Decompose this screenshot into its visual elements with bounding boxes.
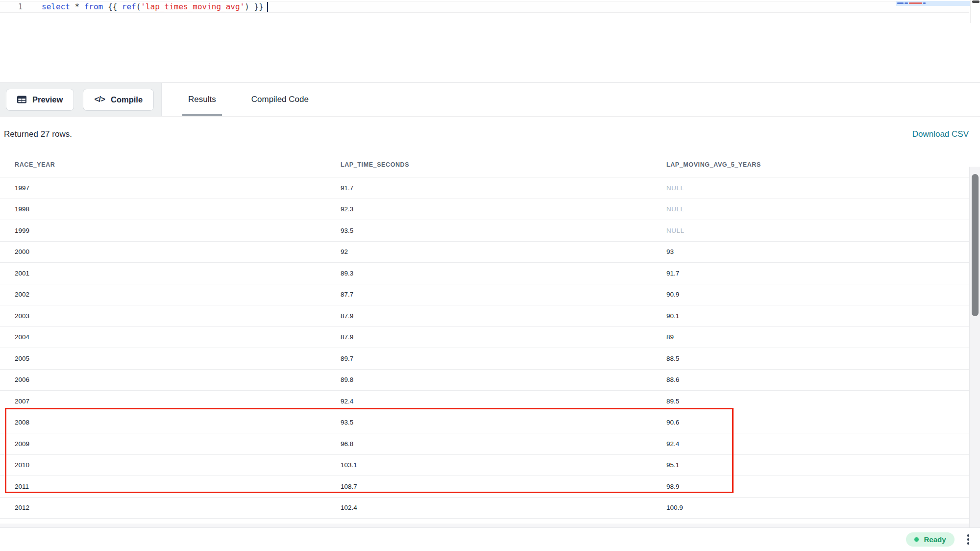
table-row: 2000 92 93 xyxy=(0,242,980,263)
code-token-close-paren: ) xyxy=(245,2,249,11)
cell-lap-moving-avg: 88.5 xyxy=(666,355,980,362)
cell-lap-time-seconds: 92.3 xyxy=(341,205,666,213)
table-row: 2002 87.7 90.9 xyxy=(0,284,980,306)
cell-lap-moving-avg: 98.9 xyxy=(666,483,980,490)
tab-compiled-code[interactable]: Compiled Code xyxy=(245,83,315,116)
minimap-code-marks xyxy=(897,2,926,4)
code-line[interactable]: select * from {{ ref('lap_times_moving_a… xyxy=(42,2,268,12)
code-token-ref: ref xyxy=(122,2,136,11)
table-row: 2011 108.7 98.9 xyxy=(0,476,980,498)
table-bottom-sliver xyxy=(0,519,980,524)
preview-button-label: Preview xyxy=(32,95,63,104)
cell-lap-time-seconds: 87.9 xyxy=(341,333,666,341)
cell-race-year: 2006 xyxy=(15,376,341,383)
kebab-menu-icon[interactable] xyxy=(965,532,972,547)
table-row: 2010 103.1 95.1 xyxy=(0,455,980,476)
editor-scrollbar-thumb[interactable] xyxy=(972,0,980,3)
ready-status-badge: Ready xyxy=(906,532,954,547)
sql-editor[interactable]: 1 select * from {{ ref('lap_times_moving… xyxy=(0,0,980,82)
cell-race-year: 2009 xyxy=(15,440,341,448)
row-count-summary: Returned 27 rows. xyxy=(4,129,72,139)
editor-minimap[interactable] xyxy=(896,1,970,6)
cell-lap-time-seconds: 91.7 xyxy=(341,184,666,192)
cell-lap-time-seconds: 96.8 xyxy=(341,440,666,448)
column-header-lap-moving-avg: LAP_MOVING_AVG_5_YEARS xyxy=(666,161,980,168)
cell-race-year: 1999 xyxy=(15,227,341,234)
cell-race-year: 1998 xyxy=(15,205,341,213)
code-token-select: select xyxy=(42,2,74,11)
cell-lap-moving-avg: 100.9 xyxy=(666,504,980,511)
results-meta-row: Returned 27 rows. Download CSV xyxy=(0,117,980,152)
cell-lap-moving-avg: NULL xyxy=(666,205,980,213)
cell-lap-time-seconds: 108.7 xyxy=(341,483,666,490)
cell-lap-moving-avg: 95.1 xyxy=(666,461,980,469)
download-csv-link[interactable]: Download CSV xyxy=(912,129,969,139)
tab-results-label: Results xyxy=(188,95,216,104)
horizontal-scroll-track xyxy=(0,524,980,527)
cell-lap-moving-avg: 88.6 xyxy=(666,376,980,383)
tab-results[interactable]: Results xyxy=(182,83,222,116)
table-row: 2012 102.4 100.9 xyxy=(0,498,980,519)
cell-race-year: 2003 xyxy=(15,312,341,320)
cell-lap-moving-avg: 90.1 xyxy=(666,312,980,320)
table-row: 2004 87.9 89 xyxy=(0,327,980,349)
cell-lap-time-seconds: 89.7 xyxy=(341,355,666,362)
table-row: 2001 89.3 91.7 xyxy=(0,263,980,284)
cell-lap-moving-avg: 89.5 xyxy=(666,398,980,405)
cell-race-year: 2007 xyxy=(15,398,341,405)
editor-current-line[interactable]: 1 select * from {{ ref('lap_times_moving… xyxy=(0,1,969,13)
column-header-lap-time-seconds: LAP_TIME_SECONDS xyxy=(341,161,666,168)
column-header-race-year: RACE_YEAR xyxy=(15,161,341,168)
table-row: 2007 92.4 89.5 xyxy=(0,391,980,412)
text-cursor xyxy=(267,2,269,12)
table-row: 2008 93.5 90.6 xyxy=(0,412,980,434)
results-table: RACE_YEAR LAP_TIME_SECONDS LAP_MOVING_AV… xyxy=(0,152,980,519)
cell-lap-moving-avg: 92.4 xyxy=(666,440,980,448)
table-row: 2005 89.7 88.5 xyxy=(0,348,980,370)
code-token-star: * xyxy=(74,2,84,11)
cell-lap-time-seconds: 92 xyxy=(341,248,666,255)
cell-lap-time-seconds: 102.4 xyxy=(341,504,666,511)
ready-status-dot xyxy=(914,537,919,542)
cell-lap-time-seconds: 87.9 xyxy=(341,312,666,320)
compile-button[interactable]: </> Compile xyxy=(83,89,154,111)
cell-lap-moving-avg: NULL xyxy=(666,227,980,234)
cell-lap-moving-avg: 89 xyxy=(666,333,980,341)
cell-race-year: 2004 xyxy=(15,333,341,341)
status-bar: Ready xyxy=(0,527,980,551)
preview-button[interactable]: Preview xyxy=(6,89,74,111)
results-toolbar: Preview </> Compile Results Compiled Cod… xyxy=(0,82,980,117)
table-row: 2003 87.9 90.1 xyxy=(0,305,980,327)
cell-race-year: 2001 xyxy=(15,270,341,277)
cell-lap-moving-avg: 90.9 xyxy=(666,291,980,298)
table-row: 2009 96.8 92.4 xyxy=(0,433,980,455)
table-body: 1997 91.7 NULL 1998 92.3 NULL 1999 93.5 … xyxy=(0,177,980,519)
preview-table-icon xyxy=(17,96,26,103)
results-tabs: Results Compiled Code xyxy=(182,83,315,116)
code-token-open-paren: ( xyxy=(136,2,141,11)
cell-race-year: 1997 xyxy=(15,184,341,192)
results-scrollbar-thumb[interactable] xyxy=(972,174,979,316)
cell-race-year: 2000 xyxy=(15,248,341,255)
cell-race-year: 2008 xyxy=(15,419,341,426)
cell-race-year: 2012 xyxy=(15,504,341,511)
cell-lap-time-seconds: 103.1 xyxy=(341,461,666,469)
code-token-from: from xyxy=(84,2,108,11)
cell-race-year: 2005 xyxy=(15,355,341,362)
cell-lap-time-seconds: 93.5 xyxy=(341,227,666,234)
table-row: 1999 93.5 NULL xyxy=(0,220,980,242)
tab-compiled-code-label: Compiled Code xyxy=(251,95,309,104)
cell-lap-time-seconds: 89.3 xyxy=(341,270,666,277)
table-row: 1998 92.3 NULL xyxy=(0,199,980,221)
cell-lap-time-seconds: 89.8 xyxy=(341,376,666,383)
cell-lap-moving-avg: 91.7 xyxy=(666,270,980,277)
cell-lap-time-seconds: 87.7 xyxy=(341,291,666,298)
results-scrollbar[interactable] xyxy=(969,167,980,527)
code-token-close-braces: }} xyxy=(249,2,264,11)
cell-race-year: 2011 xyxy=(15,483,341,490)
compile-button-label: Compile xyxy=(111,95,143,104)
cell-lap-time-seconds: 92.4 xyxy=(341,398,666,405)
cell-lap-moving-avg: 90.6 xyxy=(666,419,980,426)
cell-race-year: 2010 xyxy=(15,461,341,469)
cell-lap-moving-avg: NULL xyxy=(666,184,980,192)
